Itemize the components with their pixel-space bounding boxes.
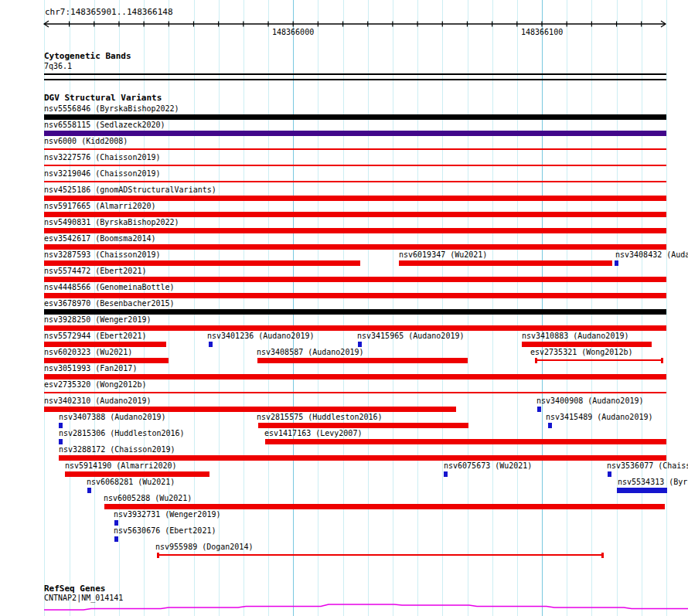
variant-label[interactable]: nsv6068281 (Wu2021) bbox=[87, 478, 175, 486]
variant-capped-line[interactable] bbox=[535, 358, 663, 363]
variant-label[interactable]: esv3542617 (Boomsma2014) bbox=[44, 234, 156, 243]
variant-label[interactable]: nsv3407388 (Audano2019) bbox=[59, 413, 165, 421]
variant-label[interactable]: nsv5917665 (Almarri2020) bbox=[44, 202, 156, 210]
ruler-position-label: 148366000 bbox=[272, 28, 314, 36]
variant-bar[interactable] bbox=[257, 358, 468, 363]
variant-label[interactable]: nsv3928250 (Wenger2019) bbox=[44, 315, 151, 324]
variant-marker[interactable] bbox=[59, 439, 63, 444]
variant-bar[interactable] bbox=[265, 439, 666, 444]
variant-bar[interactable] bbox=[44, 407, 456, 412]
variant-label[interactable]: esv3678970 (Besenbacher2015) bbox=[44, 299, 175, 308]
grid-line bbox=[492, 0, 493, 616]
variant-bar[interactable] bbox=[44, 309, 666, 315]
variant-label[interactable]: nsv4448566 (GenomeinaBottle) bbox=[44, 283, 175, 291]
variant-capped-line[interactable] bbox=[157, 553, 604, 558]
variant-bar[interactable] bbox=[44, 293, 666, 298]
variant-label[interactable]: nsv6019347 (Wu2021) bbox=[399, 250, 487, 259]
variant-label[interactable]: nsv3932731 (Wenger2019) bbox=[114, 510, 220, 519]
variant-label[interactable]: nsv3219046 (Chaisson2019) bbox=[44, 169, 161, 178]
variant-label[interactable]: nsv6075673 (Wu2021) bbox=[444, 461, 532, 470]
grid-line bbox=[268, 0, 269, 616]
variant-thin-bar[interactable] bbox=[44, 181, 666, 182]
variant-thin-bar[interactable] bbox=[44, 148, 666, 150]
variant-label[interactable]: nsv5556846 (ByrskaBishop2022) bbox=[44, 104, 179, 113]
refseq-gene-label[interactable]: CNTNAP2|NM_014141 bbox=[44, 594, 123, 602]
variant-label[interactable]: nsv2815575 (Huddleston2016) bbox=[257, 413, 383, 421]
variant-marker[interactable] bbox=[608, 471, 611, 477]
variant-label[interactable]: nsv3536077 (Chaiss bbox=[607, 461, 688, 470]
variant-label[interactable]: nsv2815306 (Huddleston2016) bbox=[59, 429, 185, 437]
variant-marker[interactable] bbox=[209, 342, 213, 347]
variant-bar[interactable] bbox=[44, 196, 666, 201]
variant-label[interactable]: nsv5534313 (Byrs bbox=[618, 478, 688, 486]
variant-label[interactable]: nsv6020323 (Wu2021) bbox=[44, 348, 132, 356]
variant-thin-bar[interactable] bbox=[44, 392, 666, 393]
variant-bar[interactable] bbox=[65, 471, 209, 477]
variant-bar[interactable] bbox=[44, 374, 666, 379]
variant-bar[interactable] bbox=[44, 260, 360, 266]
variant-marker[interactable] bbox=[444, 471, 448, 477]
grid-line bbox=[642, 0, 642, 616]
cytogenetic-band-box[interactable] bbox=[44, 73, 666, 80]
variant-label[interactable]: nsv3227576 (Chaisson2019) bbox=[44, 153, 161, 162]
variant-marker[interactable] bbox=[114, 520, 118, 526]
variant-bar[interactable] bbox=[44, 228, 666, 233]
grid-major-line bbox=[542, 0, 543, 616]
variant-bar[interactable] bbox=[44, 325, 666, 331]
variant-label[interactable]: nsv6000 (Kidd2008) bbox=[44, 137, 128, 145]
variant-label[interactable]: nsv3051993 (Fan2017) bbox=[44, 364, 137, 373]
variant-marker[interactable] bbox=[114, 536, 118, 542]
grid-line bbox=[393, 0, 393, 616]
variant-label[interactable]: nsv955989 (Dogan2014) bbox=[155, 543, 253, 551]
grid-line bbox=[368, 0, 369, 616]
variant-label[interactable]: esv2735321 (Wong2012b) bbox=[530, 348, 632, 356]
variant-label[interactable]: nsv3410883 (Audano2019) bbox=[522, 332, 628, 340]
variant-marker[interactable] bbox=[615, 260, 618, 266]
variant-label[interactable]: nsv5574472 (Ebert2021) bbox=[44, 267, 146, 275]
variant-label[interactable]: nsv5490831 (ByrskaBishop2022) bbox=[44, 218, 179, 226]
variant-label[interactable]: nsv6005288 (Wu2021) bbox=[104, 494, 192, 502]
variant-label[interactable]: nsv3408587 (Audano2019) bbox=[257, 348, 363, 356]
variant-marker[interactable] bbox=[87, 488, 91, 493]
variant-label[interactable]: nsv3400908 (Audano2019) bbox=[536, 396, 643, 405]
variant-label[interactable]: nsv3401236 (Audano2019) bbox=[207, 332, 314, 340]
variant-label[interactable]: nsv3408432 (Auda bbox=[615, 250, 688, 259]
variant-label[interactable]: nsv3402310 (Audano2019) bbox=[44, 396, 151, 405]
variant-label[interactable]: nsv5914190 (Almarri2020) bbox=[65, 461, 177, 470]
variant-bar[interactable] bbox=[399, 260, 612, 266]
variant-label[interactable]: nsv3415489 (Audano2019) bbox=[546, 413, 652, 421]
variant-bar[interactable] bbox=[44, 131, 666, 136]
variant-marker[interactable] bbox=[358, 342, 362, 347]
variant-marker[interactable] bbox=[59, 423, 63, 428]
variant-bar[interactable] bbox=[44, 244, 666, 250]
variant-label[interactable]: nsv4525186 (gnomADStructuralVariants) bbox=[44, 185, 216, 194]
variant-bar[interactable] bbox=[44, 342, 166, 347]
variant-bar[interactable] bbox=[522, 342, 652, 347]
dgv-structural-variants-title: DGV Structural Variants bbox=[44, 94, 162, 103]
gene-structure-line[interactable] bbox=[44, 604, 688, 610]
ruler-position-label: 148366100 bbox=[521, 28, 563, 36]
coordinates-label: chr7:148365901..148366148 bbox=[45, 8, 173, 17]
grid-line bbox=[244, 0, 244, 616]
variant-bar[interactable] bbox=[59, 455, 666, 461]
variant-bar[interactable] bbox=[258, 423, 468, 428]
variant-label[interactable]: nsv3415965 (Audano2019) bbox=[357, 332, 464, 340]
variant-label[interactable]: nsv5630676 (Ebert2021) bbox=[114, 526, 216, 535]
variant-thin-bar[interactable] bbox=[44, 165, 666, 166]
grid-major-line bbox=[293, 0, 294, 616]
variant-bar[interactable] bbox=[44, 114, 666, 120]
variant-bar[interactable] bbox=[44, 212, 666, 217]
variant-label[interactable]: esv1417163 (Levy2007) bbox=[264, 429, 362, 437]
variant-bar[interactable] bbox=[617, 488, 667, 493]
variant-label[interactable]: esv2735320 (Wong2012b) bbox=[44, 380, 146, 389]
variant-marker[interactable] bbox=[548, 423, 552, 428]
variant-label[interactable]: nsv3287593 (Chaisson2019) bbox=[44, 250, 161, 259]
variant-marker[interactable] bbox=[537, 407, 541, 412]
variant-label[interactable]: nsv3288172 (Chaisson2019) bbox=[59, 445, 175, 454]
variant-bar[interactable] bbox=[44, 358, 169, 363]
variant-label[interactable]: nsv6558115 (Sedlazeck2020) bbox=[44, 121, 165, 129]
variant-label[interactable]: nsv5572944 (Ebert2021) bbox=[44, 332, 146, 340]
variant-bar[interactable] bbox=[104, 504, 665, 509]
variant-bar[interactable] bbox=[44, 277, 666, 282]
grid-line bbox=[169, 0, 169, 616]
